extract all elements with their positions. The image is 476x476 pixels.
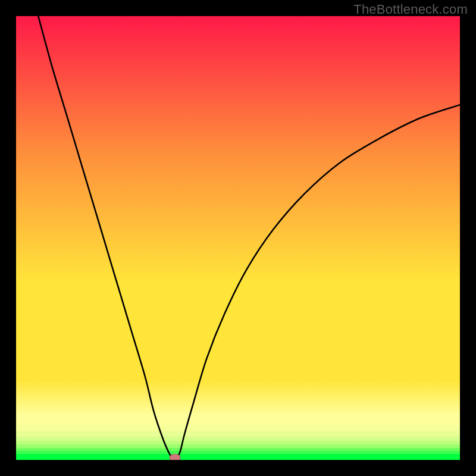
svg-rect-1: [16, 424, 460, 431]
svg-rect-7: [16, 451, 460, 453]
attribution-label: TheBottleneck.com: [353, 2, 468, 17]
gradient-background: [16, 16, 460, 460]
svg-rect-8: [16, 454, 460, 460]
svg-rect-3: [16, 436, 460, 440]
chart-frame: TheBottleneck.com: [0, 0, 476, 476]
svg-rect-0: [16, 418, 460, 424]
plot-svg: [16, 16, 460, 460]
svg-rect-2: [16, 431, 460, 437]
svg-rect-6: [16, 448, 460, 451]
bottom-color-bands: [16, 418, 460, 460]
svg-rect-5: [16, 444, 460, 448]
optimum-marker: [170, 454, 180, 460]
plot-area: [16, 16, 460, 460]
svg-rect-4: [16, 441, 460, 444]
